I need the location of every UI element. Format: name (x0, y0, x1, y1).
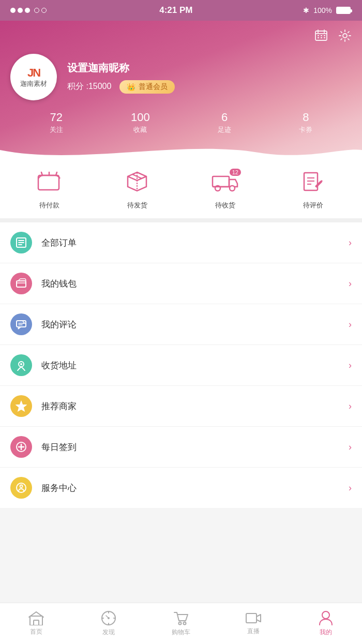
stat-coupons[interactable]: 8 卡券 (299, 111, 312, 134)
stat-follow[interactable]: 72 关注 (50, 111, 63, 134)
edit-icon (302, 171, 324, 197)
comments-chevron: › (349, 319, 352, 330)
calendar-button[interactable] (314, 29, 328, 46)
tab-home[interactable]: 首页 (0, 611, 72, 636)
avatar-logo: JN (20, 67, 47, 79)
stat-favorites-number: 100 (131, 111, 150, 124)
svg-rect-15 (213, 176, 229, 187)
address-label: 收货地址 (41, 360, 349, 371)
settings-button[interactable] (338, 29, 352, 46)
bluetooth-icon: ✱ (303, 6, 309, 14)
menu-item-wallet[interactable]: 我的钱包 › (0, 263, 362, 304)
address-icon-circle (10, 354, 32, 376)
order-pending-review[interactable]: 待评价 (300, 171, 326, 210)
tab-cart[interactable]: 购物车 (145, 610, 217, 637)
svg-rect-8 (321, 37, 322, 38)
order-section: 待付款 待发货 12 (0, 160, 362, 222)
service-label: 服务中心 (41, 482, 349, 494)
all-orders-chevron: › (349, 237, 352, 248)
order-pending-review-icon-wrap (300, 171, 326, 197)
svg-point-17 (230, 186, 235, 191)
svg-point-43 (179, 622, 182, 625)
member-badge[interactable]: 👑 普通会员 (119, 80, 175, 94)
tab-discover[interactable]: 发现 (72, 610, 145, 637)
svg-rect-5 (321, 35, 322, 36)
header-wave (0, 140, 362, 160)
crown-icon: 👑 (127, 83, 135, 91)
tab-mine[interactable]: 我的 (290, 610, 362, 637)
svg-rect-28 (17, 321, 26, 327)
wallet-icon (37, 171, 61, 197)
order-pending-receive-icon-wrap: 12 (212, 171, 238, 197)
stat-coupons-number: 8 (299, 111, 312, 124)
battery-percent: 100% (313, 6, 332, 14)
svg-rect-9 (324, 37, 325, 38)
service-icon-circle (10, 477, 32, 499)
profile-name[interactable]: 设置迦南昵称 (67, 61, 352, 75)
battery-icon (336, 7, 352, 14)
recommend-label: 推荐商家 (41, 400, 349, 412)
wallet-icon-circle (10, 273, 32, 294)
status-right: ✱ 100% (303, 6, 352, 14)
tab-discover-label: 发现 (102, 628, 115, 637)
menu-item-checkin[interactable]: 每日签到 › (0, 427, 362, 468)
svg-rect-6 (324, 35, 325, 36)
avatar[interactable]: JN 迦南素材 (10, 54, 57, 100)
profile-row: JN 迦南素材 设置迦南昵称 积分 :15000 👑 普通会员 (10, 54, 352, 100)
tab-live-label: 直播 (247, 627, 260, 636)
comments-icon-circle (10, 313, 32, 335)
stat-favorites-label: 收藏 (131, 125, 150, 134)
service-chevron: › (349, 483, 352, 493)
checkin-label: 每日签到 (41, 441, 349, 453)
order-pending-payment[interactable]: 待付款 (36, 171, 62, 210)
profile-points-row: 积分 :15000 👑 普通会员 (67, 80, 352, 94)
order-pending-ship-icon-wrap (124, 171, 150, 197)
svg-point-38 (20, 485, 23, 488)
member-label: 普通会员 (139, 82, 168, 92)
svg-marker-33 (17, 401, 26, 411)
svg-point-32 (20, 363, 22, 365)
menu-item-address[interactable]: 收货地址 › (0, 345, 362, 386)
stat-favorites[interactable]: 100 收藏 (131, 111, 150, 134)
stats-row: 72 关注 100 收藏 6 足迹 8 卡券 (10, 111, 352, 134)
menu-item-all-orders[interactable]: 全部订单 › (0, 222, 362, 263)
svg-point-46 (322, 611, 329, 619)
order-pending-review-label: 待评价 (303, 201, 323, 210)
order-pending-receive-label: 待收货 (215, 201, 235, 210)
order-pending-payment-label: 待付款 (39, 201, 59, 210)
svg-rect-7 (318, 37, 319, 38)
recommend-chevron: › (349, 401, 352, 412)
stat-footprint-number: 6 (218, 111, 231, 124)
menu-list: 全部订单 › 我的钱包 › 我的评论 › (0, 222, 362, 508)
header-icons (10, 29, 352, 46)
order-pending-receive[interactable]: 12 待收货 (212, 171, 238, 210)
signal-dots (10, 6, 49, 15)
header-section: JN 迦南素材 设置迦南昵称 积分 :15000 👑 普通会员 72 关注 10… (0, 21, 362, 160)
order-pending-ship[interactable]: 待发货 (124, 171, 150, 210)
wallet-chevron: › (349, 278, 352, 289)
stat-coupons-label: 卡券 (299, 125, 312, 134)
profile-info: 设置迦南昵称 积分 :15000 👑 普通会员 (67, 61, 352, 94)
all-orders-label: 全部订单 (41, 237, 349, 249)
menu-item-recommend[interactable]: 推荐商家 › (0, 386, 362, 427)
box-icon (126, 171, 148, 197)
svg-point-10 (343, 34, 347, 38)
recommend-icon-circle (10, 395, 32, 417)
status-bar: 4:21 PM ✱ 100% (0, 0, 362, 21)
stat-footprint[interactable]: 6 足迹 (218, 111, 231, 134)
order-pending-ship-label: 待发货 (127, 201, 147, 210)
profile-points: 积分 :15000 (67, 81, 111, 92)
stat-follow-label: 关注 (50, 125, 63, 134)
tab-cart-label: 购物车 (172, 628, 190, 637)
svg-rect-27 (17, 281, 26, 287)
svg-rect-45 (246, 613, 257, 623)
stat-footprint-label: 足迹 (218, 125, 231, 134)
all-orders-icon-circle (10, 232, 32, 253)
svg-rect-40 (34, 620, 39, 625)
menu-item-comments[interactable]: 我的评论 › (0, 304, 362, 345)
svg-point-44 (184, 622, 186, 625)
tab-live[interactable]: 直播 (217, 611, 290, 636)
wallet-label: 我的钱包 (41, 278, 349, 290)
menu-item-service[interactable]: 服务中心 › (0, 468, 362, 508)
checkin-chevron: › (349, 442, 352, 453)
